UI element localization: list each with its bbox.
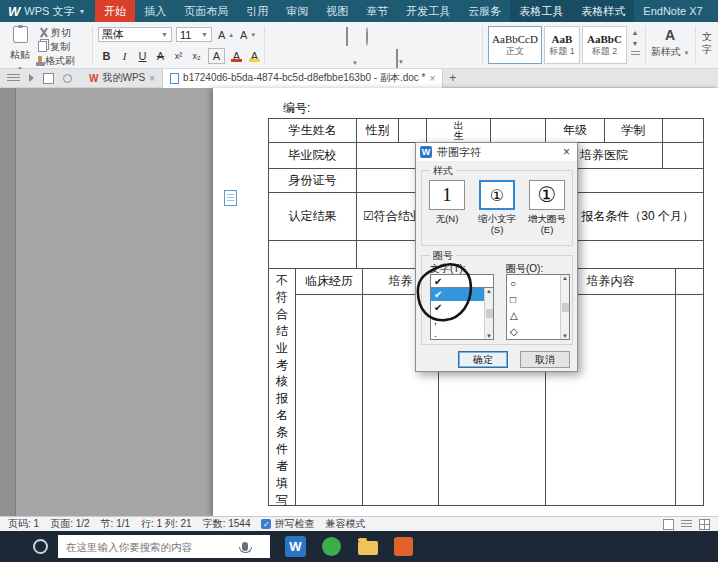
format-painter-button[interactable]: 格式刷 (38, 54, 75, 67)
dialog-title-bar[interactable]: W 带圈字符 × (416, 143, 577, 161)
italic-button[interactable]: I (116, 48, 133, 64)
cell-empty[interactable] (675, 294, 704, 506)
font-name-combo[interactable]: 黑体▼ (98, 27, 172, 42)
tab-my-wps[interactable]: W 我的WPS × (82, 69, 162, 88)
style-option-shrink-text[interactable]: ① 缩小文字(S) (474, 180, 520, 235)
menu-tab-references[interactable]: 引用 (237, 0, 277, 22)
menu-tab-table-tools[interactable]: 表格工具 (510, 0, 572, 22)
font-color-button[interactable]: A (228, 48, 245, 64)
menu-tab-insert[interactable]: 插入 (135, 0, 175, 22)
borders-button[interactable]: ▼ (396, 50, 404, 68)
character-border-button[interactable]: A (208, 48, 225, 64)
tabbar-window-icon[interactable] (43, 73, 54, 84)
taskbar-app-orange-icon[interactable] (393, 536, 414, 557)
menu-tab-home[interactable]: 开始 (95, 0, 135, 22)
styles-scroll-down-button[interactable]: ▼ (629, 38, 641, 49)
microphone-icon[interactable] (242, 542, 248, 551)
text-list-scrollbar[interactable]: ▲▼ (484, 288, 493, 339)
circle-list[interactable]: ○ □ △ ◇ ▲▼ (506, 274, 570, 340)
margin-page-icon[interactable] (224, 190, 237, 206)
cut-button[interactable]: 剪切 (38, 26, 71, 39)
text-value-input[interactable]: ✔ (430, 274, 494, 288)
spellcheck-toggle[interactable]: 拼写检查 (261, 517, 314, 531)
taskbar-file-explorer-icon[interactable] (357, 536, 378, 557)
close-icon[interactable]: × (149, 73, 155, 84)
cell-gender[interactable]: 性别 (356, 118, 399, 143)
outline-view-icon[interactable] (681, 520, 692, 529)
cell-empty[interactable] (662, 142, 704, 169)
cell-vertical-note[interactable]: 不符合结业考核报名条件者填写 (268, 268, 296, 506)
doc-number-label[interactable]: 编号: (283, 100, 310, 117)
gallery-expand-icon (631, 51, 640, 57)
tabbar-forward-icon[interactable] (29, 74, 34, 82)
app-logo[interactable]: W WPS 文字 ▼ (0, 4, 95, 19)
subscript-button[interactable]: x₂ (188, 48, 205, 64)
style-option-none[interactable]: 1 无(N) (424, 180, 470, 224)
cell-student-name[interactable]: 学生姓名 (268, 118, 357, 143)
cell-id-number[interactable]: 身份证号 (268, 168, 357, 193)
text-list[interactable]: ✔ ✔ , . ▲▼ (430, 287, 494, 340)
cell-empty[interactable] (295, 294, 363, 506)
shrink-font-button[interactable]: A▼ (240, 28, 256, 41)
menu-tab-developer[interactable]: 开发工具 (397, 0, 459, 22)
menu-tab-cloud[interactable]: 云服务 (459, 0, 510, 22)
cell-grade[interactable]: 年级 (545, 118, 605, 143)
menu-tab-page-layout[interactable]: 页面布局 (175, 0, 237, 22)
line-spacing-button[interactable]: ▼ (352, 51, 358, 69)
cell-empty[interactable] (398, 118, 427, 143)
status-word-count[interactable]: 字数: 1544 (203, 517, 251, 531)
menu-tab-section[interactable]: 章节 (357, 0, 397, 22)
copy-button[interactable]: 复制 (38, 40, 70, 53)
strikethrough-button[interactable]: A (152, 48, 169, 64)
cell-duration[interactable]: 学制 (604, 118, 663, 143)
superscript-button[interactable]: x² (170, 48, 187, 64)
dialog-close-icon[interactable]: × (560, 145, 573, 159)
style-card-heading2[interactable]: AaBbC 标题 2 (582, 26, 627, 64)
circle-list-scrollbar[interactable]: ▲▼ (560, 275, 569, 339)
bold-button[interactable]: B (98, 48, 115, 64)
text-tool-button[interactable]: 文字 (700, 30, 714, 56)
styles-scroll-up-button[interactable]: ▲ (629, 27, 641, 38)
taskbar-search[interactable] (58, 535, 270, 558)
tab-document[interactable]: b17240d6-b5da-4874-bc5d-d8efbbe163b0 - 副… (162, 69, 443, 88)
styles-gallery-expand-button[interactable] (629, 49, 641, 60)
new-tab-button[interactable]: + (449, 71, 456, 85)
underline-button[interactable]: U (134, 48, 151, 64)
cell-school[interactable]: 毕业院校 (268, 142, 357, 169)
style-card-heading1[interactable]: AaB 标题 1 (544, 26, 580, 64)
taskbar-app-green-icon[interactable] (321, 536, 342, 557)
highlight-color-button[interactable]: A (246, 48, 263, 64)
cell-empty[interactable] (268, 240, 357, 269)
search-input[interactable] (58, 536, 240, 557)
paste-button[interactable]: 粘贴 ▼ (6, 26, 34, 73)
page-view-icon[interactable] (663, 519, 674, 530)
show-marks-button[interactable] (366, 28, 368, 46)
ok-button[interactable]: 确定 (458, 351, 508, 368)
menu-tab-endnote[interactable]: EndNote X7 (634, 0, 711, 22)
taskbar-wps-icon[interactable]: W (285, 536, 306, 557)
text-direction-button[interactable] (346, 28, 348, 46)
font-size-combo[interactable]: 11▼ (176, 27, 212, 42)
menu-tab-review[interactable]: 审阅 (277, 0, 317, 22)
enclose-characters-dialog: W 带圈字符 × 样式 1 无(N) ① 缩小文字(S) ① 增大圈号(E) 圈… (415, 142, 578, 372)
cell-empty[interactable] (490, 118, 546, 143)
cell-result[interactable]: 认定结果 (268, 192, 357, 241)
style-option-enlarge-circle[interactable]: ① 增大圈号(E) (524, 180, 570, 235)
tabbar-menu-icon[interactable] (7, 74, 20, 83)
fullscreen-view-icon[interactable] (699, 519, 710, 530)
cell-empty[interactable] (675, 268, 704, 295)
compat-mode-label[interactable]: 兼容模式 (325, 517, 365, 531)
cortana-icon[interactable] (33, 539, 48, 554)
cancel-button[interactable]: 取消 (520, 351, 570, 368)
menu-tab-view[interactable]: 视图 (317, 0, 357, 22)
style-card-normal[interactable]: AaBbCcD 正文 (488, 26, 542, 64)
menu-tab-table-style[interactable]: 表格样式 (572, 0, 634, 22)
tabbar-help-icon[interactable] (63, 74, 72, 83)
cell-clinical[interactable]: 临床经历 (295, 268, 363, 295)
cell-birth[interactable]: 出生 (426, 118, 491, 143)
style-group: 样式 1 无(N) ① 缩小文字(S) ① 增大圈号(E) (421, 170, 573, 246)
cell-empty[interactable] (662, 118, 704, 143)
grow-font-button[interactable]: A▲ (218, 28, 234, 41)
close-icon[interactable]: × (429, 73, 435, 84)
new-style-button[interactable]: A 新样式 ▼ (650, 27, 690, 59)
